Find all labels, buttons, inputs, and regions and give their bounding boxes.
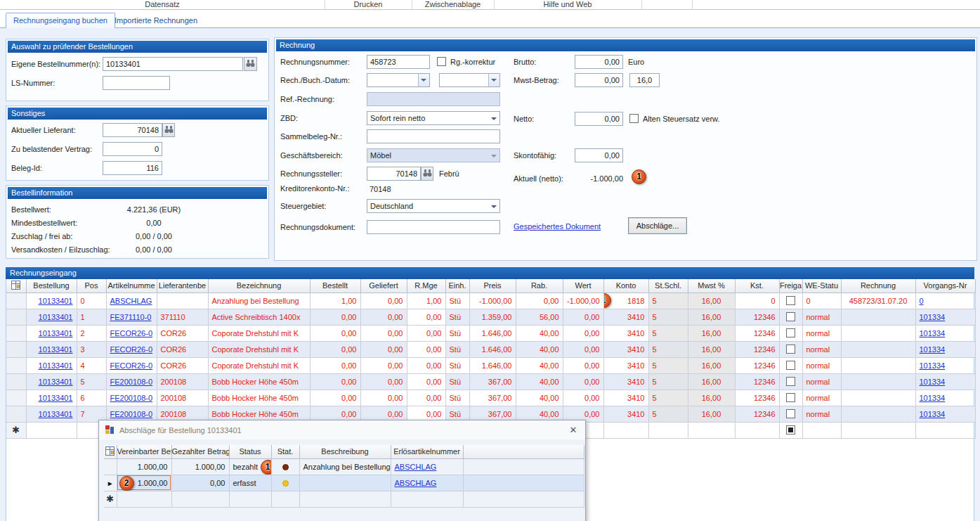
gespeichertes-dokument-link[interactable]: Gespeichertes Dokument bbox=[514, 219, 601, 233]
annotation-badge-1: 1 bbox=[603, 293, 611, 308]
brutto-input[interactable] bbox=[575, 55, 623, 69]
column-header-freiga[interactable]: Freiga bbox=[779, 279, 802, 292]
column-header-mwst[interactable]: Mwst % bbox=[688, 279, 735, 292]
abschlaege-button[interactable]: Abschläge... bbox=[628, 217, 687, 234]
grid-link-artikel[interactable]: FECOR26-0 bbox=[110, 345, 153, 354]
dialog-column-header-vereinbart[interactable]: Vereinbarter Betrag bbox=[117, 445, 171, 458]
grid-link-vorgang[interactable]: 101334 bbox=[920, 361, 946, 370]
grid-link-artikel[interactable]: FE200108-0 bbox=[110, 410, 153, 418]
column-header-bezeichnung[interactable]: Bezeichnung bbox=[208, 279, 310, 292]
geschaeftsbereich-combo[interactable]: Möbel bbox=[367, 148, 500, 162]
steuergebiet-combo[interactable]: Deutschland bbox=[367, 199, 500, 213]
app-window: { "ribbon": { "groups": ["Datensatz", "D… bbox=[0, 0, 980, 521]
search-rechnungssteller-button[interactable] bbox=[421, 167, 433, 181]
freigabe-checkbox[interactable] bbox=[786, 377, 795, 386]
buchungsdatum-combo[interactable] bbox=[439, 73, 500, 87]
mwst-satz-input[interactable] bbox=[629, 73, 660, 87]
column-header-rab[interactable]: Rab. bbox=[516, 279, 563, 292]
vertrag-input[interactable] bbox=[103, 142, 162, 156]
eigene-bestellnummer-input[interactable] bbox=[103, 57, 243, 71]
grid-link-artikel[interactable]: FECOR26-0 bbox=[110, 361, 153, 370]
freigabe-checkbox[interactable] bbox=[786, 312, 795, 321]
freigabe-checkbox[interactable] bbox=[786, 328, 795, 337]
rechnungsnummer-input[interactable] bbox=[367, 55, 430, 69]
column-header-kst[interactable]: Kst. bbox=[735, 279, 779, 292]
dialog-column-header-fill[interactable] bbox=[463, 445, 584, 458]
freigabe-checkbox[interactable] bbox=[786, 296, 795, 305]
freigabe-checkbox[interactable] bbox=[786, 345, 795, 354]
dialog-column-header-gezahlt[interactable]: Gezahlter Betrag bbox=[171, 445, 229, 458]
sammelbeleg-input[interactable] bbox=[367, 129, 500, 143]
beleg-id-input[interactable] bbox=[103, 161, 162, 175]
freigabe-checkbox[interactable] bbox=[786, 409, 795, 418]
dialog-column-header-beschreibung[interactable]: Beschreibung bbox=[299, 445, 391, 458]
grid-link-vorgang[interactable]: 101334 bbox=[920, 410, 946, 418]
status-dot-paid bbox=[282, 464, 289, 470]
ls-nummer-input[interactable] bbox=[103, 76, 170, 90]
netto-input[interactable] bbox=[575, 112, 623, 126]
column-header-pos[interactable]: Pos bbox=[77, 279, 106, 292]
tab-importierte-rechnungen[interactable]: Importierte Rechnungen bbox=[107, 13, 204, 29]
grid-link-bestellung[interactable]: 10133401 bbox=[39, 410, 73, 418]
erloesartikel-link[interactable]: ABSCHLAG bbox=[395, 479, 437, 487]
freigabe-checkbox[interactable] bbox=[786, 393, 795, 402]
gespeichertes-dokument-link-text[interactable]: Gespeichertes Dokument bbox=[514, 222, 601, 231]
rg-korrektur-checkbox[interactable] bbox=[437, 57, 446, 66]
dialog-titlebar[interactable]: Abschläge für Bestellung 10133401 ✕ bbox=[99, 420, 585, 439]
search-supplier-button[interactable] bbox=[162, 123, 175, 137]
grid-link-bestellung[interactable]: 10133401 bbox=[39, 329, 73, 337]
rechnungsdokument-input[interactable] bbox=[367, 220, 500, 234]
grid-link-vorgang[interactable]: 101334 bbox=[920, 378, 946, 386]
freigabe-checkbox[interactable] bbox=[786, 361, 795, 370]
column-header-preis[interactable]: Preis bbox=[469, 279, 516, 292]
grid-link-artikel[interactable]: FE200108-0 bbox=[110, 394, 153, 402]
cell-wert: 0,00 bbox=[563, 357, 603, 373]
column-header-vorgang[interactable]: Vorgangs-Nr bbox=[915, 279, 975, 292]
dialog-column-header-sel[interactable] bbox=[104, 445, 117, 458]
cell-geliefert: 0,00 bbox=[360, 341, 407, 357]
column-header-konto[interactable]: Konto bbox=[603, 279, 648, 292]
grid-link-vorgang[interactable]: 101334 bbox=[920, 313, 946, 321]
dialog-column-header-status[interactable]: Status bbox=[229, 445, 271, 458]
grid-link-artikel[interactable]: FECOR26-0 bbox=[110, 329, 153, 337]
grid-link-vorgang[interactable]: 0 bbox=[920, 297, 924, 305]
dialog-column-header-stat[interactable]: Stat. bbox=[271, 445, 299, 458]
tab-rechnungseingang-buchen[interactable]: Rechnungseingang buchen bbox=[6, 13, 115, 28]
column-header-artikel[interactable]: Artikelnumme bbox=[106, 279, 157, 292]
rechnungsdatum-combo[interactable] bbox=[367, 73, 430, 87]
column-header-stschl[interactable]: St.Schl. bbox=[648, 279, 688, 292]
skontofaehig-input[interactable] bbox=[575, 148, 623, 162]
column-header-lieferant[interactable]: Lieferantenbe bbox=[157, 279, 208, 292]
search-order-button[interactable] bbox=[244, 57, 257, 71]
geschaeftsbereich-value: Möbel bbox=[370, 151, 391, 160]
grid-link-artikel[interactable]: FE371110-0 bbox=[110, 313, 152, 321]
grid-link-artikel[interactable]: FE200108-0 bbox=[110, 378, 153, 386]
grid-link-artikel[interactable]: ABSCHLAG bbox=[110, 297, 152, 305]
dialog-column-header-erloes[interactable]: Erlösartikelnummer bbox=[391, 445, 463, 458]
mwst-betrag-input[interactable] bbox=[575, 73, 623, 87]
grid-link-vorgang[interactable]: 101334 bbox=[920, 394, 946, 402]
grid-link-bestellung[interactable]: 10133401 bbox=[39, 313, 73, 321]
alten-steuersatz-checkbox[interactable] bbox=[629, 114, 639, 123]
column-header-geliefert[interactable]: Geliefert bbox=[360, 279, 407, 292]
erloesartikel-link[interactable]: ABSCHLAG bbox=[395, 463, 437, 471]
column-header-einh[interactable]: Einh. bbox=[445, 279, 469, 292]
zbd-combo[interactable]: Sofort rein netto bbox=[367, 111, 500, 125]
column-header-bestellung[interactable]: Bestellung bbox=[26, 279, 77, 292]
column-header-selector[interactable] bbox=[6, 279, 26, 292]
grid-link-bestellung[interactable]: 10133401 bbox=[39, 361, 73, 370]
grid-link-bestellung[interactable]: 10133401 bbox=[39, 394, 73, 402]
grid-link-bestellung[interactable]: 10133401 bbox=[39, 297, 73, 305]
aktueller-lieferant-input[interactable] bbox=[103, 123, 162, 137]
column-header-rmge[interactable]: R.Mge bbox=[407, 279, 445, 292]
close-icon[interactable]: ✕ bbox=[567, 425, 580, 435]
column-header-westatus[interactable]: WE-Statu bbox=[802, 279, 841, 292]
rechnungssteller-input[interactable] bbox=[367, 167, 421, 181]
column-header-bestellt[interactable]: Bestellt bbox=[310, 279, 360, 292]
column-header-rechnung[interactable]: Rechnung bbox=[841, 279, 915, 292]
column-header-wert[interactable]: Wert bbox=[563, 279, 603, 292]
grid-link-vorgang[interactable]: 101334 bbox=[920, 329, 946, 337]
grid-link-bestellung[interactable]: 10133401 bbox=[39, 345, 73, 354]
grid-link-bestellung[interactable]: 10133401 bbox=[39, 378, 73, 386]
grid-link-vorgang[interactable]: 101334 bbox=[920, 345, 946, 354]
